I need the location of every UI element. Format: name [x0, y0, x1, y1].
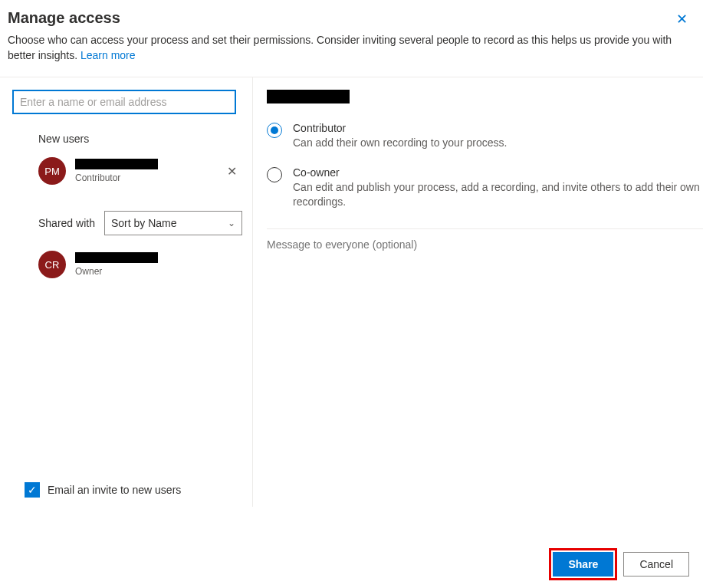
- new-user-row: PM Contributor ✕: [12, 154, 252, 188]
- share-button-highlight: Share: [549, 548, 617, 580]
- learn-more-link[interactable]: Learn more: [80, 49, 136, 61]
- sort-dropdown[interactable]: Sort by Name ⌄: [104, 211, 242, 235]
- user-name: [75, 159, 158, 169]
- new-users-heading: New users: [38, 133, 252, 145]
- email-invite-checkbox[interactable]: ✓: [25, 482, 40, 498]
- user-role: Owner: [75, 266, 240, 277]
- selected-user-name: [267, 90, 350, 103]
- message-input[interactable]: [267, 229, 703, 275]
- radio-icon[interactable]: [267, 167, 282, 182]
- role-title: Co-owner: [293, 166, 700, 179]
- page-title: Manage access: [8, 9, 120, 27]
- shared-user-row: CR Owner: [12, 248, 252, 281]
- email-invite-label: Email an invite to new users: [48, 484, 181, 496]
- role-option-coowner[interactable]: Co-owner Can edit and publish your proce…: [267, 166, 703, 210]
- name-email-input[interactable]: [12, 90, 236, 114]
- avatar: CR: [38, 251, 66, 278]
- radio-selected-icon[interactable]: [267, 123, 282, 138]
- shared-with-label: Shared with: [38, 217, 95, 229]
- role-option-contributor[interactable]: Contributor Can add their own recording …: [267, 122, 703, 151]
- close-icon[interactable]: ✕: [673, 9, 691, 29]
- share-button[interactable]: Share: [553, 552, 613, 577]
- user-role: Contributor: [75, 172, 224, 183]
- user-name: [75, 252, 158, 263]
- page-description: Choose who can access your process and s…: [8, 33, 691, 63]
- role-desc: Can add their own recording to your proc…: [293, 136, 700, 151]
- cancel-button[interactable]: Cancel: [623, 552, 689, 577]
- role-desc: Can edit and publish your process, add a…: [293, 180, 700, 210]
- role-title: Contributor: [293, 122, 700, 134]
- chevron-down-icon: ⌄: [228, 218, 235, 228]
- avatar: PM: [38, 157, 66, 185]
- remove-user-icon[interactable]: ✕: [224, 161, 240, 182]
- sort-value: Sort by Name: [111, 217, 177, 229]
